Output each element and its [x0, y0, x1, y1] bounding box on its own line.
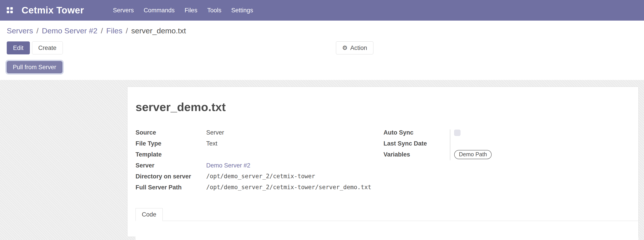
gear-icon: ⚙ — [342, 45, 348, 51]
breadcrumb-separator: / — [101, 26, 103, 35]
edit-button[interactable]: Edit — [7, 41, 30, 54]
field-label-auto-sync: Auto Sync — [384, 128, 454, 136]
field-group: Source Server File Type Text Template — [136, 128, 630, 194]
field-label-full-path: Full Server Path — [136, 183, 206, 191]
field-last-sync-date: Last Sync Date — [384, 139, 630, 150]
breadcrumb-separator: / — [126, 26, 128, 35]
field-source: Source Server — [136, 128, 384, 139]
action-button-label: Action — [350, 45, 367, 51]
breadcrumb-files[interactable]: Files — [106, 26, 122, 35]
field-divider — [450, 129, 450, 160]
field-label-template: Template — [136, 150, 206, 158]
app-brand[interactable]: Cetmix Tower — [22, 5, 84, 16]
notebook: Code — [136, 208, 638, 240]
form-sheet-inner: server_demo.txt Source Server File Type … — [128, 87, 638, 237]
pull-row: Pull from Server — [7, 61, 637, 73]
action-button[interactable]: ⚙ Action — [336, 41, 374, 54]
breadcrumb: Servers / Demo Server #2 / Files / serve… — [7, 26, 637, 35]
notebook-tabs: Code — [136, 208, 638, 221]
menu-item-settings[interactable]: Settings — [227, 4, 257, 16]
breadcrumb-separator: / — [36, 26, 38, 35]
field-label-last-sync: Last Sync Date — [384, 139, 454, 147]
breadcrumb-current: server_demo.txt — [131, 26, 186, 35]
auto-sync-checkbox[interactable] — [454, 130, 460, 136]
field-column-left: Source Server File Type Text Template — [136, 128, 384, 194]
pull-from-server-button[interactable]: Pull from Server — [7, 61, 62, 73]
tab-code[interactable]: Code — [136, 208, 163, 221]
field-directory-on-server: Directory on server /opt/demo_server_2/c… — [136, 172, 384, 183]
apps-grid-square — [10, 7, 13, 10]
apps-grid-icon[interactable] — [7, 7, 13, 13]
main-menu: Servers Commands Files Tools Settings — [109, 4, 257, 16]
field-column-right: Auto Sync Last Sync Date Variables Demo … — [384, 128, 630, 194]
control-panel: Servers / Demo Server #2 / Files / serve… — [0, 21, 644, 80]
apps-grid-square — [7, 7, 9, 10]
field-value-file-type: Text — [206, 139, 218, 147]
server-link[interactable]: Demo Server #2 — [206, 161, 250, 169]
button-row: Edit Create ⚙ Action — [7, 41, 637, 54]
field-template: Template — [136, 150, 384, 161]
field-label-variables: Variables — [384, 150, 454, 158]
field-file-type: File Type Text — [136, 139, 384, 150]
record-title: server_demo.txt — [136, 100, 630, 114]
apps-grid-square — [7, 11, 9, 13]
menu-item-servers[interactable]: Servers — [109, 4, 138, 16]
field-variables: Variables Demo Path — [384, 150, 630, 161]
menu-item-files[interactable]: Files — [181, 4, 201, 16]
field-label-directory: Directory on server — [136, 172, 206, 180]
breadcrumb-demo-server-2[interactable]: Demo Server #2 — [42, 26, 98, 35]
field-value-directory: /opt/demo_server_2/cetmix-tower — [206, 172, 315, 180]
create-button[interactable]: Create — [32, 41, 63, 54]
field-auto-sync: Auto Sync — [384, 128, 630, 139]
form-sheet: server_demo.txt Source Server File Type … — [127, 87, 638, 237]
field-value-full-path: /opt/demo_server_2/cetmix-tower/server_d… — [206, 183, 371, 191]
field-label-server: Server — [136, 161, 206, 169]
variable-tag-demo-path[interactable]: Demo Path — [454, 150, 492, 159]
field-value-source: Server — [206, 128, 224, 136]
app-window: Cetmix Tower Servers Commands Files Tool… — [0, 0, 644, 240]
apps-grid-square — [10, 11, 13, 13]
menu-item-tools[interactable]: Tools — [203, 4, 225, 16]
content-area: server_demo.txt Source Server File Type … — [0, 80, 644, 240]
field-server: Server Demo Server #2 — [136, 161, 384, 172]
breadcrumb-servers[interactable]: Servers — [7, 26, 33, 35]
field-label-file-type: File Type — [136, 139, 206, 147]
field-full-server-path: Full Server Path /opt/demo_server_2/cetm… — [136, 183, 384, 194]
field-label-source: Source — [136, 128, 206, 136]
tab-code-content — [136, 221, 638, 240]
menu-item-commands[interactable]: Commands — [140, 4, 178, 16]
top-navbar: Cetmix Tower Servers Commands Files Tool… — [0, 0, 644, 21]
